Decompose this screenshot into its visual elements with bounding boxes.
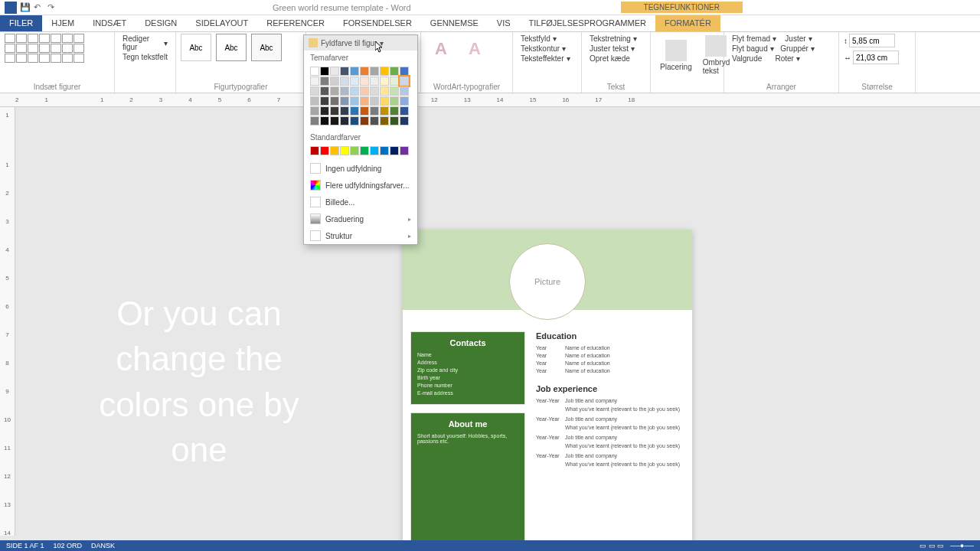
color-swatch[interactable] (370, 106, 379, 116)
status-page[interactable]: SIDE 1 AF 1 (6, 542, 44, 549)
color-swatch[interactable] (310, 116, 319, 126)
color-swatch[interactable] (320, 67, 329, 76)
color-swatch[interactable] (310, 146, 319, 155)
bring-forward-button[interactable]: Flyt fremad ▾ Juster ▾ (729, 34, 834, 44)
send-backward-button[interactable]: Flyt bagud ▾ Gruppér ▾ (729, 44, 834, 54)
picture-fill-item[interactable]: Billede... (304, 194, 417, 210)
height-input[interactable] (849, 34, 895, 47)
color-swatch[interactable] (340, 106, 349, 116)
color-swatch[interactable] (380, 67, 389, 76)
color-swatch[interactable] (400, 96, 409, 106)
color-swatch[interactable] (340, 67, 349, 76)
color-swatch[interactable] (390, 67, 399, 76)
tab-design[interactable]: DESIGN (136, 15, 186, 31)
text-direction-button[interactable]: Tekstretning ▾ (586, 34, 645, 44)
color-swatch[interactable] (380, 77, 389, 86)
text-fill-button[interactable]: Tekstfyld ▾ (518, 34, 577, 44)
selection-pane-button[interactable]: Valgrude Roter ▾ (729, 54, 834, 64)
color-swatch[interactable] (400, 77, 409, 86)
edit-shape-button[interactable]: Rediger figur ▾ (119, 34, 171, 52)
color-swatch[interactable] (380, 106, 389, 116)
color-swatch[interactable] (320, 146, 329, 155)
color-swatch[interactable] (370, 86, 379, 96)
color-swatch[interactable] (330, 67, 339, 76)
color-swatch[interactable] (390, 86, 399, 96)
color-swatch[interactable] (390, 96, 399, 106)
theme-color-grid[interactable] (304, 65, 417, 130)
tab-insert[interactable]: INDSÆT (83, 15, 136, 31)
color-swatch[interactable] (340, 116, 349, 126)
color-swatch[interactable] (370, 96, 379, 106)
color-swatch[interactable] (370, 67, 379, 76)
color-swatch[interactable] (390, 146, 399, 155)
color-swatch[interactable] (330, 77, 339, 86)
color-swatch[interactable] (310, 96, 319, 106)
tab-review[interactable]: GENNEMSE (421, 15, 488, 31)
color-swatch[interactable] (370, 146, 379, 155)
no-fill-item[interactable]: Ingen udfyldning (304, 160, 417, 177)
color-swatch[interactable] (340, 86, 349, 96)
color-swatch[interactable] (320, 106, 329, 116)
width-input[interactable] (853, 51, 899, 64)
color-swatch[interactable] (330, 146, 339, 155)
save-icon[interactable]: 💾 (20, 2, 31, 13)
color-swatch[interactable] (400, 86, 409, 96)
color-swatch[interactable] (330, 86, 339, 96)
zoom-slider[interactable]: ──●── (950, 542, 974, 549)
gradient-item[interactable]: Graduering▸ (304, 210, 417, 227)
color-swatch[interactable] (360, 77, 369, 86)
color-swatch[interactable] (360, 116, 369, 126)
more-colors-item[interactable]: Flere udfyldningsfarver... (304, 177, 417, 194)
tab-view[interactable]: VIS (488, 15, 520, 31)
color-swatch[interactable] (320, 116, 329, 126)
color-swatch[interactable] (370, 77, 379, 86)
view-buttons[interactable]: ▭ ▭ ▭ (920, 542, 944, 549)
tab-file[interactable]: FILER (0, 15, 42, 31)
about-box[interactable]: About me Short about yourself: Hobbies, … (410, 412, 525, 543)
color-swatch[interactable] (350, 106, 359, 116)
color-swatch[interactable] (350, 96, 359, 106)
redo-icon[interactable]: ↷ (47, 2, 58, 13)
color-swatch[interactable] (310, 77, 319, 86)
tab-home[interactable]: HJEM (42, 15, 83, 31)
resume-header[interactable]: Picture (403, 230, 692, 310)
align-text-button[interactable]: Juster tekst ▾ (586, 44, 645, 54)
color-swatch[interactable] (310, 86, 319, 96)
color-swatch[interactable] (360, 86, 369, 96)
status-words[interactable]: 102 ORD (54, 542, 83, 549)
color-swatch[interactable] (340, 77, 349, 86)
color-swatch[interactable] (350, 67, 359, 76)
text-outline-button[interactable]: Tekstkontur ▾ (518, 44, 577, 54)
wordart-style-2[interactable]: A (459, 34, 490, 64)
tab-addins[interactable]: TILFØJELSESPROGRAMMER (520, 15, 655, 31)
contacts-box[interactable]: Contacts NameAddressZip code and cityBir… (410, 331, 525, 405)
color-swatch[interactable] (330, 96, 339, 106)
color-swatch[interactable] (320, 86, 329, 96)
color-swatch[interactable] (350, 146, 359, 155)
text-effects-button[interactable]: Teksteffekter ▾ (518, 54, 577, 64)
color-swatch[interactable] (360, 96, 369, 106)
color-swatch[interactable] (360, 146, 369, 155)
color-swatch[interactable] (380, 86, 389, 96)
color-swatch[interactable] (400, 116, 409, 126)
color-swatch[interactable] (390, 77, 399, 86)
color-swatch[interactable] (310, 106, 319, 116)
color-swatch[interactable] (340, 96, 349, 106)
color-swatch[interactable] (320, 96, 329, 106)
avatar-placeholder[interactable]: Picture (509, 243, 586, 320)
shape-style-1[interactable]: Abc (181, 34, 211, 61)
position-button[interactable]: Placering (655, 38, 697, 73)
color-swatch[interactable] (350, 116, 359, 126)
color-swatch[interactable] (360, 67, 369, 76)
color-swatch[interactable] (310, 67, 319, 76)
color-swatch[interactable] (380, 146, 389, 155)
shape-gallery[interactable] (5, 34, 84, 63)
tab-layout[interactable]: SIDELAYOUT (186, 15, 257, 31)
undo-icon[interactable]: ↶ (34, 2, 44, 13)
color-swatch[interactable] (400, 146, 409, 155)
color-swatch[interactable] (320, 77, 329, 86)
text-box-button[interactable]: Tegn tekstfelt (119, 52, 171, 62)
color-swatch[interactable] (360, 106, 369, 116)
color-swatch[interactable] (330, 116, 339, 126)
color-swatch[interactable] (380, 96, 389, 106)
